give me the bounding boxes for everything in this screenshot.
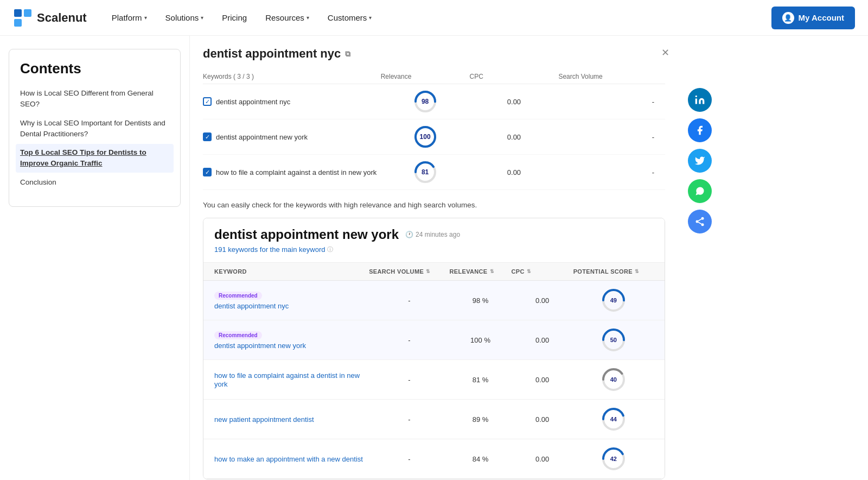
table-row: Recommended dentist appointment nyc - 98…	[203, 281, 665, 320]
col-potential-score: POTENTIAL SCORE ⇅	[573, 268, 654, 275]
facebook-button[interactable]	[688, 118, 712, 142]
linkedin-button[interactable]	[688, 88, 712, 112]
logo-icon	[13, 8, 33, 28]
keyword-link[interactable]: how to make an appointment with a new de…	[214, 455, 363, 463]
keyword-link[interactable]: new patient appointment dentist	[214, 415, 314, 424]
nav-customers[interactable]: Customers ▾	[320, 9, 380, 27]
brand-name: Scalenut	[37, 11, 87, 25]
info-icon: ⓘ	[327, 245, 333, 254]
svg-rect-0	[14, 9, 22, 17]
table-row: dentist appointment new york 100 0.00 -	[203, 119, 665, 155]
table-row: how to make an appointment with a new de…	[203, 439, 665, 479]
navbar: Scalenut Platform ▾ Solutions ▾ Pricing …	[0, 0, 868, 36]
svg-rect-2	[14, 19, 22, 27]
contents-item-3[interactable]: Top 6 Local SEO Tips for Dentists to Imp…	[16, 144, 174, 173]
contents-box: Contents How is Local SEO Different from…	[9, 49, 181, 207]
table-row: new patient appointment dentist - 89 % 0…	[203, 400, 665, 439]
timestamp: 🕐 24 minutes ago	[405, 231, 460, 238]
whatsapp-button[interactable]	[688, 179, 712, 203]
contents-item-4[interactable]: Conclusion	[20, 177, 169, 188]
contents-title: Contents	[20, 60, 169, 77]
table-row: Recommended dentist appointment new york…	[203, 320, 665, 360]
svg-point-21	[701, 217, 704, 220]
small-gauge-4: 44	[601, 406, 627, 432]
social-panel	[678, 79, 722, 242]
gauge-3: 81	[413, 160, 437, 184]
chevron-down-icon: ▾	[144, 15, 147, 21]
sort-icon[interactable]: ⇅	[527, 269, 531, 274]
col-search-volume: SEARCH VOLUME ⇅	[369, 268, 449, 275]
table-head: KEYWORD SEARCH VOLUME ⇅ RELEVANCE ⇅ CPC …	[203, 263, 665, 281]
gauge-2: 100	[413, 125, 437, 149]
keyword-table-header: Keywords ( 3 / 3 ) Relevance CPC Search …	[203, 70, 665, 84]
results-section: dentist appointment new york 🕐 24 minute…	[203, 218, 665, 479]
small-gauge-3: 40	[601, 367, 627, 393]
svg-point-20	[695, 96, 697, 97]
checkbox-2[interactable]	[203, 132, 212, 141]
chevron-down-icon: ▾	[369, 15, 372, 21]
svg-rect-1	[24, 9, 31, 17]
table-row: how to file a complaint against a dentis…	[203, 155, 665, 190]
small-gauge-5: 42	[601, 446, 627, 472]
kw-header-keyword: Keywords ( 3 / 3 )	[203, 73, 381, 80]
svg-rect-19	[695, 99, 697, 104]
keyword-count: 191 keywords for the main keyword ⓘ	[214, 245, 654, 254]
nav-platform[interactable]: Platform ▾	[104, 9, 155, 27]
share-button[interactable]	[688, 210, 712, 233]
sidebar: Contents How is Local SEO Different from…	[0, 36, 190, 480]
small-gauge-2: 50	[601, 327, 627, 353]
svg-line-24	[698, 222, 701, 224]
results-header: dentist appointment new york 🕐 24 minute…	[203, 218, 665, 263]
kw-header-search-volume: Search Volume	[558, 73, 665, 80]
logo[interactable]: Scalenut	[13, 8, 87, 28]
my-account-button[interactable]: 👤 My Account	[771, 7, 855, 29]
keyword-link[interactable]: dentist appointment nyc	[214, 302, 289, 310]
main-content: ✕ dentist appointment nyc ⧉ Keywords ( 3…	[190, 36, 678, 480]
chevron-down-icon: ▾	[201, 15, 203, 21]
badge-recommended: Recommended	[214, 331, 262, 339]
info-text: You can easily check for the keywords wi…	[203, 201, 665, 209]
contents-item-2[interactable]: Why is Local SEO Important for Dentists …	[20, 118, 169, 140]
svg-point-22	[696, 220, 699, 223]
twitter-button[interactable]	[688, 149, 712, 173]
sort-icon[interactable]: ⇅	[490, 269, 494, 274]
table-row: how to file a complaint against a dentis…	[203, 360, 665, 400]
col-keyword: KEYWORD	[214, 268, 369, 275]
nav-pricing[interactable]: Pricing	[214, 9, 254, 27]
keyword-panel-title: dentist appointment nyc ⧉	[203, 47, 665, 61]
svg-point-23	[701, 223, 704, 226]
badge-recommended: Recommended	[214, 292, 262, 300]
checkbox-3[interactable]	[203, 168, 212, 176]
kw-header-cpc: CPC	[470, 73, 559, 80]
kw-header-relevance: Relevance	[381, 73, 470, 80]
checkbox-1[interactable]	[203, 97, 212, 106]
contents-item-1[interactable]: How is Local SEO Different from General …	[20, 88, 169, 110]
col-cpc: CPC ⇅	[512, 268, 573, 275]
svg-line-25	[698, 219, 701, 220]
page-layout: Contents How is Local SEO Different from…	[0, 36, 868, 480]
small-gauge-1: 49	[601, 287, 627, 313]
nav-solutions[interactable]: Solutions ▾	[158, 9, 212, 27]
chevron-down-icon: ▾	[307, 15, 309, 21]
sort-icon[interactable]: ⇅	[426, 269, 430, 274]
nav-resources[interactable]: Resources ▾	[258, 9, 317, 27]
keyword-link[interactable]: dentist appointment new york	[214, 342, 306, 350]
copy-icon[interactable]: ⧉	[345, 49, 350, 59]
nav-items: Platform ▾ Solutions ▾ Pricing Resources…	[104, 9, 771, 27]
sort-icon[interactable]: ⇅	[635, 269, 639, 274]
data-table: KEYWORD SEARCH VOLUME ⇅ RELEVANCE ⇅ CPC …	[203, 263, 665, 479]
results-keyword-title: dentist appointment new york 🕐 24 minute…	[214, 227, 654, 242]
keyword-link[interactable]: how to file a complaint against a dentis…	[214, 371, 360, 388]
table-row: dentist appointment nyc 98 0.00 -	[203, 84, 665, 119]
user-icon: 👤	[782, 12, 794, 24]
col-relevance: RELEVANCE ⇅	[450, 268, 512, 275]
gauge-1: 98	[413, 90, 437, 113]
close-button[interactable]: ✕	[657, 45, 674, 61]
